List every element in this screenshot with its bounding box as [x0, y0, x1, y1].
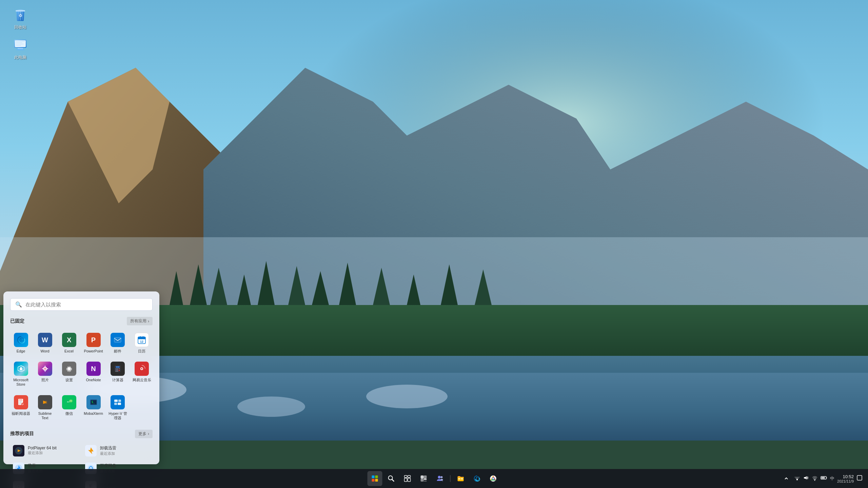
- app-music[interactable]: 网易云音乐: [131, 359, 153, 389]
- pinned-section-header: 已固定 所有应用 ›: [10, 317, 153, 325]
- this-pc-icon[interactable]: 此电脑: [7, 37, 34, 60]
- edge-taskbar-button[interactable]: [470, 471, 485, 486]
- svg-rect-113: [372, 475, 375, 478]
- svg-rect-121: [405, 478, 407, 482]
- chrome-button[interactable]: [486, 471, 501, 486]
- app-photos[interactable]: 照片: [34, 359, 56, 389]
- app-edge[interactable]: Edge: [10, 330, 32, 356]
- clock-time: 10:52: [837, 474, 854, 479]
- taskbar-center: [368, 471, 501, 486]
- edge-app-label: Edge: [17, 349, 25, 353]
- music-app-label: 网易云音乐: [133, 378, 151, 382]
- taskbar-search-button[interactable]: [384, 471, 399, 486]
- app-ppt[interactable]: P PowerPoint: [82, 330, 104, 356]
- svg-rect-123: [421, 475, 424, 479]
- svg-rect-47: [20, 367, 22, 368]
- svg-line-118: [392, 480, 394, 482]
- svg-rect-119: [405, 475, 407, 477]
- recycle-bin-icon[interactable]: ♻ 回收站: [7, 7, 34, 30]
- svg-rect-60: [116, 370, 117, 370]
- this-pc-label: 此电脑: [14, 55, 26, 60]
- app-calculator[interactable]: 计算器: [107, 359, 129, 389]
- rec-uninstall-thunder[interactable]: 卸载迅雷 最近添加: [82, 443, 153, 459]
- store-app-icon: [14, 362, 28, 376]
- file-explorer-button[interactable]: [453, 471, 468, 486]
- all-apps-button[interactable]: 所有应用 ›: [127, 317, 153, 325]
- more-button[interactable]: 更多 ›: [135, 430, 153, 438]
- app-settings[interactable]: 设置: [58, 359, 80, 389]
- taskbar: 中 10:52 2021/11/9: [0, 469, 868, 488]
- svg-rect-42: [138, 339, 145, 339]
- wifi-icon[interactable]: [812, 475, 818, 482]
- svg-rect-39: [114, 338, 121, 342]
- svg-rect-56: [116, 366, 120, 368]
- svg-point-67: [141, 368, 142, 369]
- svg-rect-45: [143, 336, 143, 338]
- foxit-app-icon: F: [14, 395, 28, 409]
- volume-icon[interactable]: [803, 475, 809, 482]
- svg-rect-91: [114, 403, 117, 405]
- mail-app-label: 邮件: [114, 349, 121, 353]
- desktop: ♻ 回收站: [0, 0, 868, 488]
- hyperv-app-icon: [111, 395, 125, 409]
- svg-rect-124: [424, 475, 427, 479]
- app-calendar[interactable]: 12 日历: [131, 330, 153, 356]
- app-sublime[interactable]: Sublime Text: [34, 392, 56, 423]
- sublime-app-icon: [38, 395, 52, 409]
- app-excel[interactable]: X Excel: [58, 330, 80, 356]
- svg-point-83: [68, 401, 69, 402]
- search-input[interactable]: [25, 302, 147, 307]
- svg-rect-73: [19, 404, 21, 404]
- app-onenote[interactable]: N OneNote: [82, 359, 104, 389]
- network-icon[interactable]: [794, 475, 800, 482]
- svg-rect-38: [16, 45, 21, 46]
- svg-rect-62: [119, 370, 120, 371]
- store-app-label: Microsoft Store: [12, 378, 30, 387]
- show-hidden-icons-button[interactable]: [781, 473, 791, 484]
- search-bar[interactable]: 🔍: [10, 298, 153, 311]
- app-word[interactable]: W Word: [34, 330, 56, 356]
- task-view-button[interactable]: [400, 471, 415, 486]
- word-app-label: Word: [40, 349, 49, 353]
- edge-app-icon: [14, 333, 28, 347]
- photos-app-icon: [38, 362, 52, 376]
- music-app-icon: [135, 362, 149, 376]
- app-store[interactable]: Microsoft Store: [10, 359, 32, 389]
- app-wechat[interactable]: 微信: [58, 392, 80, 423]
- potplayer-text: PotPlayer 64 bit 最近添加: [28, 446, 57, 455]
- app-foxit[interactable]: F 福昕阅读器: [10, 392, 32, 423]
- clock-date: 2021/11/9: [837, 479, 854, 483]
- start-menu: 🔍 已固定 所有应用 ›: [3, 291, 159, 464]
- svg-text:♻: ♻: [19, 13, 22, 18]
- svg-rect-46: [20, 368, 22, 370]
- excel-app-icon: X: [62, 333, 76, 347]
- svg-rect-72: [19, 403, 22, 403]
- app-hyperv[interactable]: Hyper-V 管理器: [107, 392, 129, 423]
- teams-button[interactable]: [433, 471, 448, 486]
- uninstall-thunder-name: 卸载迅雷: [100, 445, 116, 451]
- settings-app-label: 设置: [65, 378, 73, 382]
- svg-rect-36: [16, 42, 22, 43]
- svg-rect-120: [408, 475, 411, 477]
- rec-potplayer[interactable]: PotPlayer 64 bit 最近添加: [10, 443, 80, 459]
- svg-rect-115: [372, 479, 375, 482]
- battery-icon[interactable]: [821, 475, 827, 482]
- app-mobaxterm[interactable]: $_ MobaXterm: [82, 392, 104, 423]
- svg-marker-140: [804, 476, 807, 480]
- svg-rect-44: [140, 336, 141, 338]
- recycle-bin-label: 回收站: [14, 24, 26, 30]
- svg-rect-125: [421, 479, 424, 482]
- svg-rect-69: [19, 400, 22, 400]
- app-mail[interactable]: 邮件: [107, 330, 129, 356]
- recommended-section-header: 推荐的项目 更多 ›: [10, 430, 153, 438]
- input-icon[interactable]: 中: [830, 475, 834, 482]
- svg-rect-35: [16, 41, 25, 42]
- widgets-button[interactable]: [416, 471, 431, 486]
- start-button[interactable]: [368, 471, 382, 486]
- potplayer-icon: [13, 445, 24, 456]
- clock[interactable]: 10:52 2021/11/9: [837, 474, 854, 483]
- svg-rect-90: [118, 400, 121, 402]
- notifications-icon[interactable]: [856, 475, 863, 482]
- svg-rect-145: [857, 475, 862, 480]
- svg-point-128: [438, 476, 441, 479]
